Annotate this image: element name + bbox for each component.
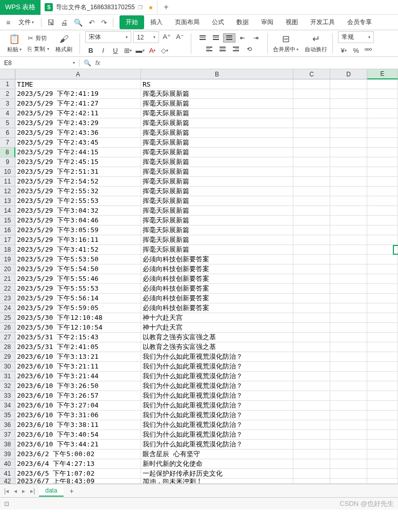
font-size-select[interactable]: 12▾ xyxy=(133,31,159,43)
align-left-button[interactable] xyxy=(203,45,215,54)
cell[interactable]: 2023/6/10 下午3:26:57 xyxy=(15,391,141,401)
cell[interactable] xyxy=(330,177,367,187)
cell[interactable] xyxy=(367,401,398,411)
cell[interactable] xyxy=(293,362,330,372)
cell[interactable] xyxy=(367,313,398,323)
cell[interactable] xyxy=(330,196,367,206)
cell[interactable] xyxy=(293,138,330,148)
cell[interactable]: 挥毫天际展新篇 xyxy=(141,216,293,226)
row-header[interactable]: 27 xyxy=(0,333,15,342)
cell[interactable]: 挥毫天际展新篇 xyxy=(141,226,293,235)
column-header-B[interactable]: B xyxy=(141,69,293,79)
font-color-button[interactable]: A▾ xyxy=(147,45,158,55)
first-sheet-icon[interactable]: |◂ xyxy=(3,487,10,495)
cell[interactable]: 2023/5/29 下午2:45:15 xyxy=(15,157,141,167)
row-header[interactable]: 21 xyxy=(0,274,15,284)
cell[interactable]: 2023/6/10 下午3:38:11 xyxy=(15,420,141,430)
row-header[interactable]: 20 xyxy=(0,264,15,274)
cell[interactable]: 一起保护好传承好历史文化 xyxy=(141,469,293,479)
cell[interactable]: 2023/6/10 下午3:31:06 xyxy=(15,411,141,420)
cell[interactable]: TIME xyxy=(15,79,141,89)
cell[interactable] xyxy=(293,99,330,109)
cell[interactable] xyxy=(367,342,398,352)
cell[interactable] xyxy=(367,284,398,294)
cell[interactable] xyxy=(367,148,398,157)
cancel-icon[interactable]: 🔍 xyxy=(84,59,91,67)
cell[interactable] xyxy=(293,167,330,177)
cell[interactable] xyxy=(330,430,367,440)
cell[interactable]: 2023/6/10 下午3:40:54 xyxy=(15,430,141,440)
cell[interactable]: 眼含星辰 心有坚守 xyxy=(141,449,293,459)
row-header[interactable]: 33 xyxy=(0,391,15,401)
row-header[interactable]: 18 xyxy=(0,245,15,255)
row-header[interactable]: 39 xyxy=(0,449,15,459)
row-header[interactable]: 15 xyxy=(0,216,15,226)
cell[interactable]: 必须向科技创新要答案 xyxy=(141,294,293,303)
cell[interactable] xyxy=(293,79,330,89)
file-menu[interactable]: 文件▾ xyxy=(14,16,38,29)
cell[interactable] xyxy=(330,342,367,352)
clear-format-button[interactable]: ◇▾ xyxy=(159,45,170,55)
row-header[interactable]: 24 xyxy=(0,303,15,313)
menu-tab-会员专享[interactable]: 会员专享 xyxy=(341,15,378,29)
cell[interactable] xyxy=(367,255,398,264)
cell[interactable] xyxy=(293,430,330,440)
cell[interactable] xyxy=(367,411,398,420)
row-header[interactable]: 32 xyxy=(0,381,15,391)
cell[interactable] xyxy=(367,303,398,313)
cell[interactable] xyxy=(293,206,330,216)
cell[interactable]: 挥毫天际展新篇 xyxy=(141,177,293,187)
cell[interactable] xyxy=(367,381,398,391)
currency-button[interactable]: ¥▾ xyxy=(338,45,349,55)
row-header[interactable]: 10 xyxy=(0,167,15,177)
cell[interactable] xyxy=(330,206,367,216)
cell[interactable] xyxy=(293,440,330,449)
cell[interactable]: 挥毫天际展新篇 xyxy=(141,206,293,216)
cell[interactable]: 我们为什么如此重视荒漠化防治？ xyxy=(141,440,293,449)
cell[interactable]: 我们为什么如此重视荒漠化防治？ xyxy=(141,411,293,420)
row-header[interactable]: 9 xyxy=(0,157,15,167)
cell[interactable]: 我们为什么如此重视荒漠化防治？ xyxy=(141,352,293,362)
cell[interactable]: 必须向科技创新要答案 xyxy=(141,255,293,264)
cell[interactable] xyxy=(367,372,398,381)
fill-color-button[interactable]: ▬▾ xyxy=(134,45,146,55)
cell[interactable] xyxy=(367,109,398,118)
print-icon[interactable]: 🖨 xyxy=(58,16,70,29)
cell[interactable] xyxy=(367,352,398,362)
row-header[interactable]: 3 xyxy=(0,99,15,109)
row-header[interactable]: 16 xyxy=(0,226,15,235)
row-header[interactable]: 14 xyxy=(0,206,15,216)
row-header[interactable]: 31 xyxy=(0,372,15,381)
cell[interactable]: 2023/5/29 下午3:04:32 xyxy=(15,206,141,216)
row-header[interactable]: 8 xyxy=(0,148,15,157)
cell[interactable]: 我们为什么如此重视荒漠化防治？ xyxy=(141,372,293,381)
decrease-font-icon[interactable]: A⁻ xyxy=(174,31,186,42)
cell[interactable]: 2023/5/29 下午5:59:05 xyxy=(15,303,141,313)
italic-button[interactable]: I xyxy=(97,45,109,55)
cell[interactable]: 必须向科技创新要答案 xyxy=(141,303,293,313)
cell[interactable]: 2023/5/29 下午2:44:15 xyxy=(15,148,141,157)
undo-icon[interactable]: ↶ xyxy=(86,16,97,29)
cell[interactable]: 挥毫天际展新篇 xyxy=(141,109,293,118)
cell[interactable] xyxy=(293,294,330,303)
cell[interactable]: 2023/6/10 下午3:27:04 xyxy=(15,401,141,411)
cell[interactable] xyxy=(293,109,330,118)
row-header[interactable]: 19 xyxy=(0,255,15,264)
cell[interactable]: 2023/5/30 下午12:10:54 xyxy=(15,323,141,333)
cell[interactable] xyxy=(367,323,398,333)
row-header[interactable]: 2 xyxy=(0,89,15,99)
cell[interactable] xyxy=(293,391,330,401)
cell[interactable] xyxy=(367,128,398,138)
cell[interactable] xyxy=(330,303,367,313)
font-select[interactable]: 宋体▾ xyxy=(85,31,131,43)
hamburger-icon[interactable]: ≡ xyxy=(3,16,13,29)
cell[interactable]: 我们为什么如此重视荒漠化防治？ xyxy=(141,430,293,440)
column-header-D[interactable]: D xyxy=(330,69,367,79)
increase-font-icon[interactable]: A⁺ xyxy=(161,31,172,42)
row-header[interactable]: 42 xyxy=(0,479,15,484)
cell[interactable] xyxy=(367,391,398,401)
cell[interactable] xyxy=(293,469,330,479)
add-sheet-button[interactable]: + xyxy=(67,487,77,495)
align-middle-button[interactable] xyxy=(210,33,222,43)
cell[interactable]: 2023/5/29 下午2:54:52 xyxy=(15,177,141,187)
